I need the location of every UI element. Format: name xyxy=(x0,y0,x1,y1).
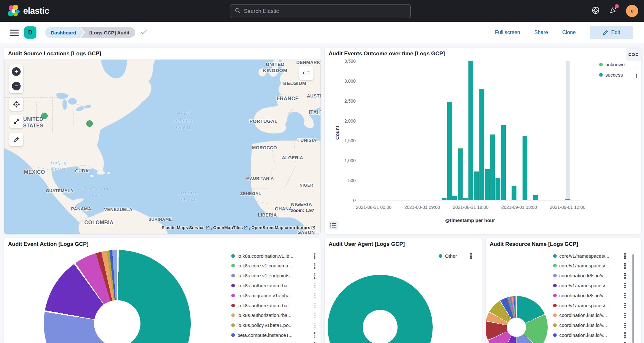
map-canvas[interactable]: + − zoo xyxy=(4,60,321,234)
legend-item-other[interactable]: Other xyxy=(439,253,457,259)
legend-item[interactable]: io.k8s.authorization.rba... xyxy=(231,312,292,319)
legend-item[interactable]: io.k8s.core.v1.endpoints... xyxy=(231,273,293,279)
legend-item[interactable]: io.k8s.authorization.rba... xyxy=(231,302,292,309)
legend-item-menu-icon[interactable] xyxy=(624,263,626,269)
legend-item[interactable]: coordination.k8s.io/v... xyxy=(553,273,607,279)
legend-item[interactable]: io.k8s.authorization.rba... xyxy=(231,282,292,289)
legend-item-menu-icon[interactable] xyxy=(470,253,472,259)
map-zoom-out-button[interactable]: − xyxy=(12,82,21,90)
bar-success[interactable] xyxy=(442,198,447,200)
legend-item[interactable]: io.k8s.core.v1.configma... xyxy=(231,263,292,269)
bar-success[interactable] xyxy=(533,195,538,200)
legend-item-menu-icon[interactable] xyxy=(314,253,315,259)
breadcrumb-dashboard[interactable]: Dashboard xyxy=(45,27,84,38)
legend-item-menu-icon[interactable] xyxy=(624,332,626,338)
legend-item[interactable]: coordination.k8s.io/v... xyxy=(553,292,607,299)
legend-item-menu-icon[interactable] xyxy=(314,273,315,279)
resource-name-donut-chart[interactable] xyxy=(486,296,548,343)
legend-item-menu-icon[interactable] xyxy=(624,313,626,318)
map-fit-to-data-button[interactable] xyxy=(9,115,23,128)
bar-success[interactable] xyxy=(565,199,570,200)
legend-item-menu-icon[interactable] xyxy=(314,303,315,308)
legend-item-menu-icon[interactable] xyxy=(624,283,626,288)
elastic-logo[interactable] xyxy=(7,5,20,17)
bar-success[interactable] xyxy=(490,134,495,200)
map-legend-collapse-button[interactable] xyxy=(299,66,313,80)
bar-success[interactable] xyxy=(501,125,506,200)
map-zoom-in-button[interactable]: + xyxy=(12,67,21,76)
bar-success[interactable] xyxy=(512,186,516,200)
help-icon[interactable] xyxy=(591,6,600,16)
legend-item-label: beta.compute.instanceT... xyxy=(237,332,293,338)
attribution-osm[interactable]: , OpenStreetMap contributors xyxy=(249,225,310,230)
legend-item-menu-icon[interactable] xyxy=(314,332,315,338)
legend-dot xyxy=(599,73,603,77)
legend-item[interactable]: coordination.k8s.io/v... xyxy=(553,322,607,329)
attribution-openmaptiles[interactable]: , OpenMapTiles xyxy=(211,225,243,230)
map-set-view-button[interactable] xyxy=(9,97,23,111)
edit-button[interactable]: Edit xyxy=(590,26,633,39)
legend-item-menu-icon[interactable] xyxy=(314,293,315,298)
bar-success[interactable] xyxy=(458,149,463,200)
bar-success[interactable] xyxy=(452,196,457,200)
legend-item-label: core/v1/namespaces/... xyxy=(559,253,609,259)
bar-success[interactable] xyxy=(463,198,468,200)
legend-item-menu-icon[interactable] xyxy=(314,283,315,288)
legend-item-menu-icon[interactable] xyxy=(314,313,315,318)
menu-hamburger-icon[interactable] xyxy=(10,30,19,36)
user-agent-donut-chart[interactable] xyxy=(328,275,433,343)
legend-item-menu-icon[interactable] xyxy=(636,72,637,78)
legend-item[interactable]: io.k8s.migration.v1alpha... xyxy=(231,292,293,299)
legend-item-menu-icon[interactable] xyxy=(624,273,626,279)
legend-item[interactable]: io.k8s.policy.v1beta1.po... xyxy=(231,322,293,329)
dashboard-app-badge[interactable]: D xyxy=(24,26,36,39)
legend-item[interactable]: core/v1/namespaces/... xyxy=(553,282,609,289)
legend-item-menu-icon[interactable] xyxy=(624,293,626,298)
bar-success[interactable] xyxy=(474,172,479,200)
legend-item-menu-icon[interactable] xyxy=(624,253,626,259)
full-screen-button[interactable]: Full screen xyxy=(495,30,520,35)
legend-item-label: io.k8s.authorization.rba... xyxy=(237,283,292,288)
legend-item-menu-icon[interactable] xyxy=(636,62,637,67)
news-feed-icon[interactable] xyxy=(609,6,618,16)
legend-item[interactable]: beta.compute.instanceT... xyxy=(231,332,293,338)
breadcrumb-current-page[interactable]: [Logs GCP] Audit xyxy=(81,27,135,38)
clone-button[interactable]: Clone xyxy=(562,30,576,35)
legend-scrollbar[interactable] xyxy=(632,254,634,343)
bar-success[interactable] xyxy=(495,178,500,200)
expand-icon xyxy=(13,118,20,125)
legend-item[interactable]: core/v1/namespaces/... xyxy=(553,263,609,269)
bar-success[interactable] xyxy=(468,61,473,200)
legend-item-success[interactable]: success xyxy=(599,71,623,78)
legend-item-menu-icon[interactable] xyxy=(314,323,315,328)
attribution-ems[interactable]: Elastic Maps Service xyxy=(161,225,205,230)
legend-item[interactable]: coordination.k8s.io/v... xyxy=(553,312,607,319)
legend-item[interactable]: core/v1/namespaces/... xyxy=(553,253,609,259)
map-data-marker[interactable] xyxy=(41,113,48,119)
legend-item-menu-icon[interactable] xyxy=(624,323,626,328)
map-draw-tools-button[interactable] xyxy=(9,133,23,146)
map-data-marker[interactable] xyxy=(86,120,93,127)
map-country-label: BELGIUM xyxy=(283,80,306,87)
legend-item[interactable]: coordination.k8s.io/v... xyxy=(553,332,607,338)
event-action-donut-chart[interactable] xyxy=(44,250,191,343)
legend-toggle-icon[interactable] xyxy=(329,221,338,229)
legend-item[interactable]: core/v1/namespaces/... xyxy=(553,302,609,309)
legend-item-menu-icon[interactable] xyxy=(624,303,626,308)
panel-audit-user-agent: Audit User Agent [Logs GCP] Other xyxy=(325,238,482,343)
share-button[interactable]: Share xyxy=(534,30,548,35)
map-country-label: LIBERIA xyxy=(258,212,277,218)
bar-success[interactable] xyxy=(485,169,490,200)
legend-item[interactable]: google.iam.admin.v1.Cr... xyxy=(231,342,292,343)
bar-success[interactable] xyxy=(479,89,484,200)
legend-item-menu-icon[interactable] xyxy=(314,263,315,269)
search-input[interactable]: Search Elastic xyxy=(230,4,411,18)
legend-item[interactable]: coordination.k8s.io/v... xyxy=(553,342,607,343)
panel-options-icon[interactable] xyxy=(626,48,641,61)
bar-success[interactable] xyxy=(447,102,452,200)
bar-success[interactable] xyxy=(523,136,527,200)
legend-item[interactable]: io.k8s.coordination.v1.le... xyxy=(231,253,293,259)
bar-unknown[interactable] xyxy=(458,148,463,149)
legend-item-unknown[interactable]: unknown xyxy=(599,61,625,68)
user-avatar[interactable]: e xyxy=(626,5,638,17)
